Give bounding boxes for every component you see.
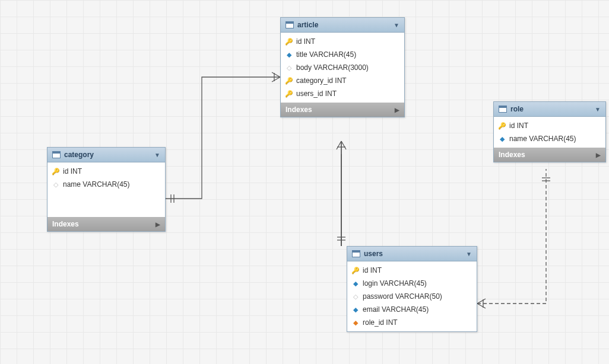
indexes-label: Indexes [499,151,525,159]
indexes-section[interactable]: Indexes ▶ [47,217,165,231]
column-list: 🔑 id INT ◆ login VARCHAR(45) ◇ password … [347,261,477,331]
entity-category[interactable]: category ▼ 🔑 id INT ◇ name VARCHAR(45) I… [47,147,166,232]
column-label: category_id INT [296,76,347,85]
fk-key-icon: 🔑 [286,90,293,97]
chevron-down-icon[interactable]: ▼ [394,22,399,28]
entity-role[interactable]: role ▼ 🔑 id INT ◆ name VARCHAR(45) Index… [493,101,606,162]
indexes-label: Indexes [52,220,79,228]
link-role-users [477,169,546,304]
diamond-icon: ◇ [352,293,359,300]
chevron-down-icon[interactable]: ▼ [154,152,160,158]
column-label: name VARCHAR(45) [63,180,129,189]
link-category-article [166,77,280,199]
column-label: id INT [509,122,528,130]
indexes-section[interactable]: Indexes ▶ [281,103,404,117]
column-label: name VARCHAR(45) [509,135,576,143]
column-list: 🔑 id INT ◇ name VARCHAR(45) [47,162,165,217]
entity-header[interactable]: role ▼ [494,102,605,117]
column-label: users_id INT [296,90,337,98]
chevron-right-icon: ▶ [596,152,601,158]
table-icon [286,21,294,28]
entity-title: role [510,105,591,113]
column-label: id INT [63,167,82,175]
entity-title: category [64,151,151,159]
column-row[interactable]: 🔑 id INT [494,119,605,132]
column-label: password VARCHAR(50) [363,292,442,301]
svg-line-3 [272,77,280,82]
indexes-label: Indexes [286,106,312,114]
column-row[interactable]: ◇ password VARCHAR(50) [347,290,477,303]
column-row[interactable]: 🔑 id INT [281,35,404,48]
chevron-down-icon[interactable]: ▼ [595,106,601,113]
column-label: body VARCHAR(3000) [296,63,369,72]
diamond-icon: ◆ [352,280,359,287]
column-label: login VARCHAR(45) [363,279,427,288]
key-icon: 🔑 [499,122,506,129]
svg-line-9 [341,141,346,149]
diamond-icon: ◇ [286,64,293,71]
table-icon [352,250,360,257]
column-row[interactable]: ◇ name VARCHAR(45) [47,178,165,191]
column-label: id INT [296,37,315,46]
entity-title: users [364,250,462,258]
entity-article[interactable]: article ▼ 🔑 id INT ◆ title VARCHAR(45) ◇… [280,17,405,117]
column-list: 🔑 id INT ◆ title VARCHAR(45) ◇ body VARC… [281,33,404,103]
column-label: id INT [363,266,382,274]
diamond-icon: ◆ [499,135,506,142]
key-icon: 🔑 [286,38,293,45]
column-row[interactable]: 🔑 id INT [47,165,165,178]
key-icon: 🔑 [352,267,359,274]
column-label: title VARCHAR(45) [296,50,356,59]
diamond-icon: ◆ [286,51,293,58]
diamond-icon: ◆ [352,306,359,313]
diamond-icon: ◇ [52,181,59,188]
column-label: role_id INT [363,318,398,327]
entity-header[interactable]: category ▼ [47,148,165,162]
chevron-right-icon: ▶ [395,107,399,113]
column-row[interactable]: 🔑 users_id INT [281,87,404,100]
column-row[interactable]: 🔑 category_id INT [281,74,404,87]
column-row[interactable]: ◇ body VARCHAR(3000) [281,61,404,74]
entity-header[interactable]: users ▼ [347,247,477,261]
diamond-icon: ◆ [352,319,359,326]
entity-title: article [297,21,390,29]
key-icon: 🔑 [52,168,59,175]
entity-users[interactable]: users ▼ 🔑 id INT ◆ login VARCHAR(45) ◇ p… [347,246,477,332]
column-row[interactable]: ◆ email VARCHAR(45) [347,303,477,316]
column-label: email VARCHAR(45) [363,305,429,314]
table-icon [499,106,507,113]
column-row[interactable]: ◆ name VARCHAR(45) [494,132,605,145]
column-list: 🔑 id INT ◆ name VARCHAR(45) [494,117,605,148]
column-row[interactable]: ◆ title VARCHAR(45) [281,48,404,61]
indexes-section[interactable]: Indexes ▶ [494,148,605,162]
column-row[interactable]: 🔑 id INT [347,264,477,277]
entity-header[interactable]: article ▼ [281,18,404,33]
fk-key-icon: 🔑 [286,77,293,84]
column-row[interactable]: ◆ role_id INT [347,316,477,329]
svg-line-2 [272,72,280,77]
svg-line-13 [477,299,486,304]
column-row[interactable]: ◆ login VARCHAR(45) [347,277,477,290]
svg-line-8 [337,141,341,149]
svg-line-14 [477,304,486,308]
table-icon [52,151,61,158]
chevron-down-icon[interactable]: ▼ [466,251,472,257]
chevron-right-icon: ▶ [156,221,160,228]
er-canvas: category ▼ 🔑 id INT ◇ name VARCHAR(45) I… [0,0,609,364]
